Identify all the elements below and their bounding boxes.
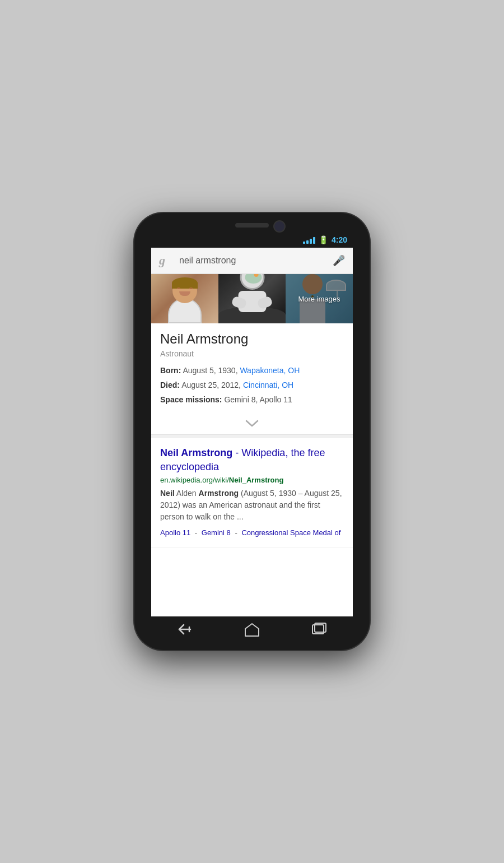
died-row: Died: August 25, 2012, Cincinnati, OH [160, 379, 344, 391]
person-info: Neil Armstrong Astronaut Born: August 5,… [151, 323, 353, 414]
died-label: Died: [160, 381, 180, 389]
image-strip[interactable]: More images [151, 274, 353, 323]
expand-button[interactable] [151, 414, 353, 434]
died-date: August 25, 2012, [181, 381, 243, 389]
result-title[interactable]: Neil Armstrong - Wikipedia, the free enc… [160, 446, 344, 474]
died-place-link[interactable]: Cincinnati, OH [243, 381, 293, 389]
result-url-bold: Neil_Armstrong [229, 476, 284, 484]
image-2[interactable] [218, 274, 286, 323]
missions-label: Space missions: [160, 395, 222, 404]
missions-row: Space missions: Gemini 8, Apollo 11 [160, 394, 344, 406]
apollo11-link[interactable]: Apollo 11 [160, 528, 190, 537]
more-images-text: More images [298, 295, 340, 303]
content-area: More images Neil Armstrong Astronaut Bor… [151, 274, 353, 616]
born-date: August 5, 1930, [183, 366, 240, 375]
chevron-down-icon [245, 420, 259, 428]
person-name: Neil Armstrong [160, 331, 344, 347]
born-place-link[interactable]: Wapakoneta, OH [240, 366, 300, 375]
result-title-bold-part: Neil Armstrong [160, 447, 232, 458]
status-bar: 🔋 4:20 [151, 232, 353, 248]
link-sep-1: - [193, 528, 199, 537]
status-time: 4:20 [332, 235, 347, 244]
recents-button[interactable] [306, 616, 333, 646]
wikipedia-result: Neil Armstrong - Wikipedia, the free enc… [151, 438, 353, 548]
image-1[interactable] [151, 274, 218, 323]
congressional-medal-link[interactable]: Congressional Space Medal of [241, 528, 340, 537]
phone-speaker [235, 223, 269, 228]
back-button[interactable] [171, 618, 198, 644]
signal-bar-1 [303, 242, 305, 244]
born-label: Born: [160, 366, 181, 375]
born-row: Born: August 5, 1930, Wapakoneta, OH [160, 365, 344, 377]
snippet-neil: Neil [160, 489, 175, 498]
image-3[interactable]: More images [286, 274, 353, 323]
svg-marker-2 [245, 624, 259, 636]
result-url[interactable]: en.wikipedia.org/wiki/Neil_Armstrong [160, 476, 344, 484]
home-button[interactable] [239, 616, 265, 646]
google-logo: g [159, 253, 172, 268]
more-images-overlay[interactable]: More images [286, 274, 353, 323]
result-links: Apollo 11 - Gemini 8 - Congressional Spa… [160, 526, 344, 539]
mic-icon[interactable]: 🎤 [333, 254, 345, 267]
signal-bar-2 [306, 240, 309, 244]
search-bar[interactable]: g 🎤 [151, 248, 353, 274]
gemini8-link[interactable]: Gemini 8 [202, 528, 231, 537]
bottom-nav [151, 616, 353, 646]
phone-screen: 🔋 4:20 g 🎤 [151, 232, 353, 646]
search-input[interactable] [179, 256, 326, 266]
knowledge-panel: More images Neil Armstrong Astronaut Bor… [151, 274, 353, 435]
result-snippet: Neil Alden Armstrong (August 5, 1930 – A… [160, 488, 344, 523]
result-url-plain: en.wikipedia.org/wiki/ [160, 476, 229, 484]
person-occupation: Astronaut [160, 349, 344, 358]
snippet-armstrong: Armstrong [199, 489, 239, 498]
search-results: Neil Armstrong - Wikipedia, the free enc… [151, 438, 353, 548]
missions-value: Gemini 8, Apollo 11 [224, 395, 292, 404]
signal-bar-3 [310, 239, 312, 244]
battery-icon: 🔋 [319, 235, 328, 244]
link-sep-2: - [233, 528, 240, 537]
signal-icon [303, 236, 315, 244]
phone-device: 🔋 4:20 g 🎤 [134, 213, 370, 650]
signal-bar-4 [313, 237, 315, 244]
snippet-alden: Alden [175, 489, 199, 498]
